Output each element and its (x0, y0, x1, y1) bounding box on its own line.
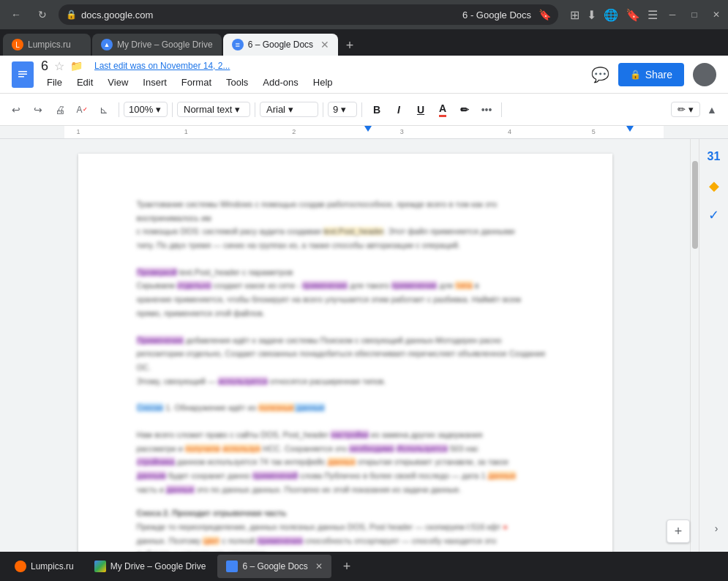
ruler-indent-marker[interactable] (364, 126, 372, 132)
collapse-toolbar-button[interactable]: ▲ (702, 100, 722, 120)
paragraph-4: Сноски 1. Обнаружение идёт из полезные д… (137, 401, 554, 415)
ruler-mark-0: 1 (76, 128, 80, 135)
taskbar-item-gdocs[interactable]: 6 – Google Docs ✕ (217, 555, 331, 578)
comments-icon[interactable]: 💬 (591, 66, 609, 83)
menu-addons[interactable]: Add-ons (257, 74, 304, 91)
font-dropdown[interactable]: Arial ▾ (260, 102, 318, 117)
taskbar-item-lumpics[interactable]: Lumpics.ru (6, 555, 83, 578)
refresh-button[interactable]: ↻ (32, 4, 53, 25)
profile-icon[interactable]: 🌐 (604, 8, 618, 22)
style-value: Normal text (184, 104, 232, 115)
tab-favicon-gdocs: ≡ (232, 39, 244, 50)
window-controls: ─ □ ✕ (667, 9, 722, 20)
print-button[interactable]: 🖨 (50, 100, 70, 120)
undo-button[interactable]: ↩ (6, 100, 26, 120)
menu-file[interactable]: File (41, 74, 68, 91)
text-color-a: A (439, 102, 446, 117)
address-bar[interactable]: 🔒 docs.google.com 6 - Google Docs 🔖 (59, 4, 558, 25)
tab-close-gdocs[interactable]: ✕ (320, 39, 329, 50)
editing-pencil-icon: ✏ (678, 104, 686, 115)
style-dropdown[interactable]: Normal text ▾ (177, 102, 250, 117)
doc-scroll[interactable]: Трактование системы Windows с помощью со… (0, 139, 690, 552)
folder-icon[interactable]: 📁 (70, 60, 83, 72)
ruler: 1 1 2 3 4 5 (0, 126, 728, 139)
doc-title[interactable]: 6 (41, 59, 48, 74)
toolbar: ↩ ↪ 🖨 A✓ ⊾ 100% ▾ Normal text ▾ Arial ▾ … (0, 94, 728, 126)
extensions-icon[interactable]: ⊞ (570, 8, 579, 22)
url-text: docs.google.com (81, 10, 458, 20)
tab-label-lumpics: Lumpics.ru (28, 40, 82, 50)
taskbar-label-gdocs: 6 – Google Docs (242, 561, 307, 571)
spell-check-button[interactable]: A✓ (72, 100, 92, 120)
zoom-dropdown[interactable]: 100% ▾ (124, 102, 168, 117)
share-button[interactable]: 🔒 Share (618, 63, 684, 86)
svg-rect-3 (18, 76, 24, 78)
redo-button[interactable]: ↪ (28, 100, 48, 120)
size-chevron: ▾ (341, 104, 346, 115)
italic-button[interactable]: I (389, 100, 409, 120)
ruler-right-indent[interactable] (626, 126, 634, 132)
tab-gdocs[interactable]: ≡ 6 – Google Docs ✕ (223, 34, 338, 56)
paint-format-button[interactable]: ⊾ (94, 100, 114, 120)
underline-button[interactable]: U (410, 100, 431, 120)
menu-insert[interactable]: Insert (137, 74, 173, 91)
toolbar-divider-5 (361, 102, 362, 117)
menu-edit[interactable]: Edit (71, 74, 99, 91)
menu-icon[interactable]: ☰ (648, 8, 658, 22)
taskbar-label-gdrive: My Drive – Google Drive (110, 561, 206, 571)
zoom-chevron: ▾ (156, 104, 161, 115)
browser-toolbar-right: ⊞ ⬇ 🌐 🔖 ☰ (570, 8, 658, 22)
calendar-side-icon[interactable]: 31 (702, 145, 726, 168)
bookmark-icon[interactable]: 🔖 (539, 9, 551, 20)
tab-favicon-lumpics: L (12, 39, 23, 50)
toolbar-divider-4 (323, 102, 323, 117)
bold-button[interactable]: B (367, 100, 387, 120)
taskbar-item-gdrive[interactable]: My Drive – Google Drive (86, 555, 215, 578)
tab-title-in-bar: 6 - Google Docs (462, 10, 531, 20)
svg-rect-1 (18, 71, 27, 72)
more-formatting-button[interactable]: ••• (476, 100, 497, 120)
back-button[interactable]: ← (6, 4, 26, 25)
taskbar-new-tab[interactable]: + (334, 555, 360, 578)
font-size-dropdown[interactable]: 9 ▾ (328, 102, 357, 117)
taskbar-gdocs-close[interactable]: ✕ (315, 561, 323, 571)
last-edit-text[interactable]: Last edit was on November 14, 2... (94, 61, 230, 71)
chevron-right-icon[interactable]: › (710, 514, 722, 543)
star-icon[interactable]: ☆ (54, 59, 64, 73)
close-button[interactable]: ✕ (710, 9, 722, 20)
keep-side-icon[interactable]: ◆ (702, 174, 726, 198)
title-bar: ← ↻ 🔒 docs.google.com 6 - Google Docs 🔖 … (0, 0, 728, 29)
menu-tools[interactable]: Tools (220, 74, 254, 91)
docs-header: 6 ☆ 📁 Last edit was on November 14, 2...… (0, 56, 728, 94)
maximize-button[interactable]: □ (688, 9, 700, 20)
taskbar: Lumpics.ru My Drive – Google Drive 6 – G… (0, 552, 728, 581)
tasks-side-icon[interactable]: ✓ (702, 203, 726, 227)
menu-bar: File Edit View Insert Format Tools Add-o… (41, 74, 584, 91)
ruler-mark-4: 4 (508, 128, 511, 135)
docs-logo (12, 61, 34, 88)
share-label: Share (645, 69, 672, 80)
menu-format[interactable]: Format (176, 74, 217, 91)
tabs-bar: L Lumpics.ru ▲ My Drive – Google Drive ≡… (0, 29, 728, 56)
tab-lumpics[interactable]: L Lumpics.ru (3, 34, 91, 56)
menu-view[interactable]: View (102, 74, 134, 91)
new-tab-button[interactable]: + (339, 35, 360, 56)
menu-help[interactable]: Help (307, 74, 339, 91)
doc-page[interactable]: Трактование системы Windows с помощью со… (78, 154, 612, 552)
user-avatar[interactable] (693, 63, 716, 86)
minimize-button[interactable]: ─ (667, 9, 678, 20)
reading-list-icon[interactable]: 🔖 (626, 8, 640, 22)
download-icon[interactable]: ⬇ (587, 8, 596, 22)
doc-content[interactable]: Трактование системы Windows с помощью со… (137, 198, 554, 552)
vertical-scrollbar[interactable] (690, 139, 699, 552)
text-color-button[interactable]: A (432, 100, 453, 120)
expand-button[interactable]: + (667, 520, 690, 543)
tab-gdrive[interactable]: ▲ My Drive – Google Drive (92, 34, 222, 56)
paragraph-1: Трактование системы Windows с помощью со… (137, 198, 554, 252)
editing-mode-dropdown[interactable]: ✏ ▾ (671, 102, 700, 117)
paragraph-3: Применение добавления идёт к задаче сист… (137, 334, 554, 389)
ruler-inner: 1 1 2 3 4 5 (64, 126, 664, 138)
scrollbar-thumb[interactable] (692, 161, 698, 249)
highlight-button[interactable]: ✏ (454, 100, 475, 120)
taskbar-favicon-gdocs (226, 561, 238, 572)
